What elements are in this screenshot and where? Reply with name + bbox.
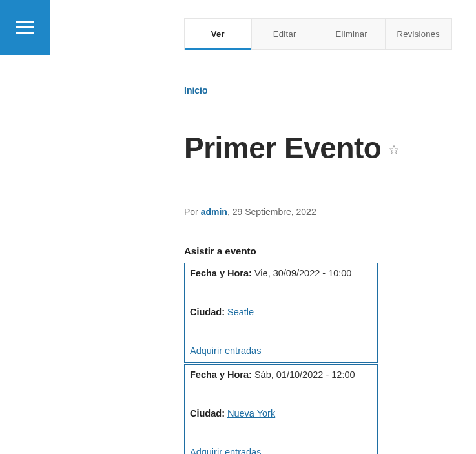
datetime-label: Fecha y Hora: [190,369,252,380]
breadcrumb-home[interactable]: Inicio [184,85,452,96]
tab-eliminar[interactable]: Eliminar [318,19,386,49]
city-link[interactable]: Seatle [227,307,254,317]
author-link[interactable]: admin [201,207,227,217]
hamburger-menu-button[interactable] [0,0,50,55]
tab-ver[interactable]: Ver [185,19,252,49]
byline: Por admin, 29 Septiembre, 2022 [184,207,452,217]
event-card: Fecha y Hora: Sáb, 01/10/2022 - 12:00 Ci… [184,364,378,454]
byline-prefix: Por [184,207,201,217]
byline-sep: , [227,207,233,217]
city-label: Ciudad: [190,307,225,317]
hamburger-icon [16,21,34,34]
acquire-tickets-link[interactable]: Adquirir entradas [190,346,261,356]
tab-editar[interactable]: Editar [252,19,319,49]
datetime-label: Fecha y Hora: [190,268,252,278]
star-icon[interactable] [389,145,399,155]
city-link[interactable]: Nueva York [227,408,275,418]
page-title: Primer Evento [184,133,381,163]
tab-revisiones[interactable]: Revisiones [386,19,452,49]
city-label: Ciudad: [190,408,225,418]
sidebar-divider [50,0,50,454]
svg-marker-0 [390,145,398,154]
byline-date: 29 Septiembre, 2022 [233,207,316,217]
tabs: Ver Editar Eliminar Revisiones [184,18,452,50]
datetime-value: Vie, 30/09/2022 - 10:00 [254,268,352,278]
section-heading: Asistir a evento [184,245,452,256]
acquire-tickets-link[interactable]: Adquirir entradas [190,447,261,454]
datetime-value: Sáb, 01/10/2022 - 12:00 [254,369,355,380]
event-card: Fecha y Hora: Vie, 30/09/2022 - 10:00 Ci… [184,263,378,363]
